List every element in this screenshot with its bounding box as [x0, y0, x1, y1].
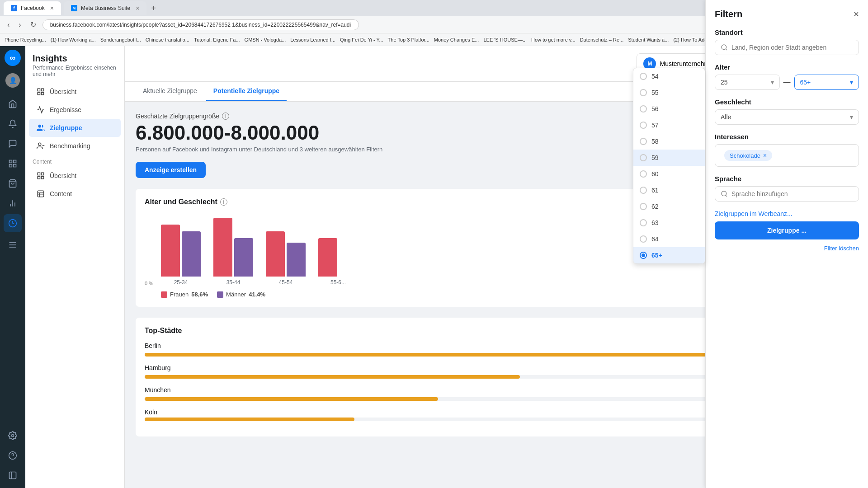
- interessen-input[interactable]: [776, 152, 855, 159]
- sidebar-icon-profile[interactable]: 👤: [4, 71, 22, 89]
- dropdown-item-54[interactable]: 54: [633, 68, 705, 84]
- sidebar-item-zielgruppe[interactable]: Zielgruppe: [29, 119, 121, 137]
- bar-men-45-54: [287, 243, 306, 277]
- sidebar-icon-store[interactable]: [4, 174, 22, 192]
- tab-meta[interactable]: M Meta Business Suite ×: [64, 1, 147, 15]
- main-sidebar: Insights Performance-Ergebnisse einsehen…: [25, 46, 125, 488]
- sidebar-item-content-label: Content: [50, 190, 72, 197]
- standort-input[interactable]: [731, 46, 853, 51]
- svg-point-12: [12, 435, 14, 437]
- filter-geschlecht-select[interactable]: Alle ▾: [715, 109, 859, 125]
- tab-aktuelle-zielgruppe[interactable]: Aktuelle Zielgruppe: [136, 82, 204, 101]
- sidebar-icon-home[interactable]: [4, 95, 22, 113]
- zielgruppen-link[interactable]: Zielgruppen im Werbeanz...: [715, 210, 793, 217]
- sidebar-item-content-content[interactable]: Content: [29, 185, 121, 203]
- filter-sprache-label: Sprache: [715, 175, 859, 183]
- dropdown-item-60[interactable]: 60: [633, 166, 705, 182]
- svg-rect-15: [9, 472, 16, 479]
- sidebar-header: Insights Performance-Ergebnisse einsehen…: [25, 53, 124, 83]
- filter-interessen-search-wrapper[interactable]: Schokolade ×: [715, 144, 859, 167]
- sidebar-icon-panel-toggle[interactable]: [4, 466, 22, 484]
- dropdown-item-64[interactable]: 64: [633, 231, 705, 247]
- tab-close-facebook[interactable]: ×: [50, 5, 54, 12]
- y-axis-zero: 0 %: [145, 281, 153, 286]
- bookmark-10[interactable]: LEE 'S HOUSE—...: [483, 37, 527, 42]
- bookmark-0[interactable]: Phone Recycling...: [5, 37, 46, 42]
- dropdown-item-59[interactable]: 59: [633, 150, 705, 166]
- interest-tag-remove-icon[interactable]: ×: [763, 152, 767, 159]
- svg-rect-26: [38, 177, 40, 179]
- dropdown-item-61[interactable]: 61: [633, 182, 705, 198]
- refresh-button[interactable]: ↻: [28, 19, 39, 31]
- bookmark-5[interactable]: GMSN - Vologda...: [245, 37, 286, 42]
- radio-59: [640, 154, 647, 161]
- sidebar-icon-messages[interactable]: [4, 135, 22, 153]
- tab-potenzielle-zielgruppe[interactable]: Potentielle Zielgruppe: [206, 82, 287, 101]
- bar-label-35-44: 35-44: [213, 279, 253, 286]
- filter-standort-input-wrapper[interactable]: [715, 46, 859, 55]
- forward-button[interactable]: ›: [16, 19, 24, 31]
- tab-close-meta[interactable]: ×: [136, 5, 139, 12]
- bookmark-1[interactable]: (1) How Working a...: [51, 37, 96, 42]
- dropdown-item-55[interactable]: 55: [633, 84, 705, 101]
- sprache-input[interactable]: [731, 190, 853, 197]
- sidebar-item-uebersicht[interactable]: Übersicht: [29, 83, 121, 101]
- sidebar-icon-settings[interactable]: [4, 427, 22, 445]
- interest-tag-schokolade[interactable]: Schokolade ×: [724, 150, 772, 161]
- ergebnisse-icon: [36, 105, 45, 114]
- bookmark-4[interactable]: Tutorial: Eigene Fa...: [194, 37, 240, 42]
- bar-men-35-44: [234, 238, 253, 277]
- bookmark-11[interactable]: How to get more v...: [531, 37, 576, 42]
- geschlecht-chevron: ▾: [850, 113, 853, 121]
- dropdown-item-65plus[interactable]: 65+: [633, 247, 705, 263]
- url-bar[interactable]: [42, 19, 359, 30]
- audience-size-info-icon[interactable]: i: [222, 113, 229, 120]
- standort-search-icon: [721, 46, 728, 51]
- dropdown-label-64: 64: [651, 235, 659, 243]
- bookmark-3[interactable]: Chinese translatio...: [146, 37, 189, 42]
- sidebar-icon-bell[interactable]: [4, 115, 22, 133]
- content-content-icon: [36, 189, 45, 198]
- tab-facebook[interactable]: f Facebook ×: [4, 1, 61, 15]
- radio-55: [640, 89, 647, 96]
- dropdown-item-56[interactable]: 56: [633, 101, 705, 117]
- svg-rect-0: [9, 160, 12, 163]
- sidebar-icon-chart-bar[interactable]: [4, 194, 22, 212]
- legend-women: Frauen 58,6%: [161, 291, 208, 298]
- filter-sprache-search-wrapper[interactable]: [715, 186, 859, 202]
- new-tab-button[interactable]: +: [149, 4, 158, 13]
- sidebar-icon-analytics-active[interactable]: [4, 214, 22, 232]
- bookmark-9[interactable]: Money Changes E...: [434, 37, 479, 42]
- dropdown-item-62[interactable]: 62: [633, 198, 705, 215]
- svg-rect-3: [14, 164, 16, 167]
- zielgruppe-save-button[interactable]: Zielgruppe ...: [715, 221, 859, 239]
- sidebar-icon-grid[interactable]: [4, 155, 22, 173]
- sidebar-item-benchmarking[interactable]: Benchmarking: [29, 137, 121, 155]
- bookmark-6[interactable]: Lessons Learned f...: [290, 37, 335, 42]
- dropdown-item-57[interactable]: 57: [633, 117, 705, 133]
- city-bar-hamburg: [145, 375, 520, 379]
- filter-alter-from-dropdown[interactable]: 25 ▾: [715, 75, 780, 90]
- filter-loeschen-section: Filter löschen: [715, 244, 859, 252]
- svg-point-21: [38, 125, 41, 127]
- dropdown-item-63[interactable]: 63: [633, 215, 705, 231]
- bar-label-25-34: 25-34: [161, 279, 201, 286]
- bookmark-2[interactable]: Sonderangebot l...: [100, 37, 141, 42]
- sidebar-icon-help[interactable]: [4, 446, 22, 465]
- bookmark-8[interactable]: The Top 3 Platfor...: [388, 37, 429, 42]
- filter-alter-to-dropdown[interactable]: 65+ ▾: [794, 75, 859, 90]
- dropdown-item-58[interactable]: 58: [633, 133, 705, 150]
- filter-geschlecht-section: Geschlecht Alle ▾: [715, 98, 859, 125]
- bookmark-12[interactable]: Datenschutz – Re...: [580, 37, 624, 42]
- filter-loeschen-link[interactable]: Filter löschen: [824, 245, 859, 252]
- age-gender-info-icon[interactable]: i: [220, 198, 227, 206]
- sidebar-item-ergebnisse[interactable]: Ergebnisse: [29, 101, 121, 119]
- bookmark-7[interactable]: Qing Fei De Yi - Y...: [340, 37, 383, 42]
- sidebar-item-content-uebersicht[interactable]: Übersicht: [29, 167, 121, 185]
- bookmark-13[interactable]: Student Wants a...: [628, 37, 669, 42]
- back-button[interactable]: ‹: [5, 19, 12, 31]
- svg-rect-24: [38, 173, 40, 175]
- create-ad-button[interactable]: Anzeige erstellen: [136, 162, 206, 178]
- filter-geschlecht-value: Alle: [721, 113, 731, 121]
- sidebar-icon-menu[interactable]: [4, 236, 22, 254]
